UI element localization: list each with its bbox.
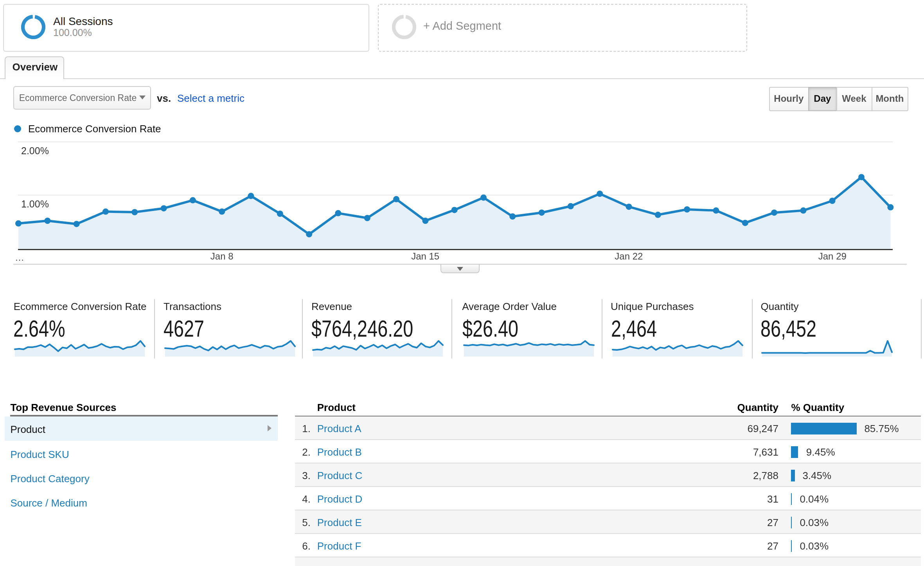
svg-text:Jan 29: Jan 29 (818, 251, 847, 261)
svg-text:Jan 15: Jan 15 (411, 251, 439, 261)
svg-text:Jan 8: Jan 8 (210, 251, 234, 261)
svg-text:…: … (15, 252, 24, 263)
svg-text:Jan 22: Jan 22 (615, 251, 643, 261)
